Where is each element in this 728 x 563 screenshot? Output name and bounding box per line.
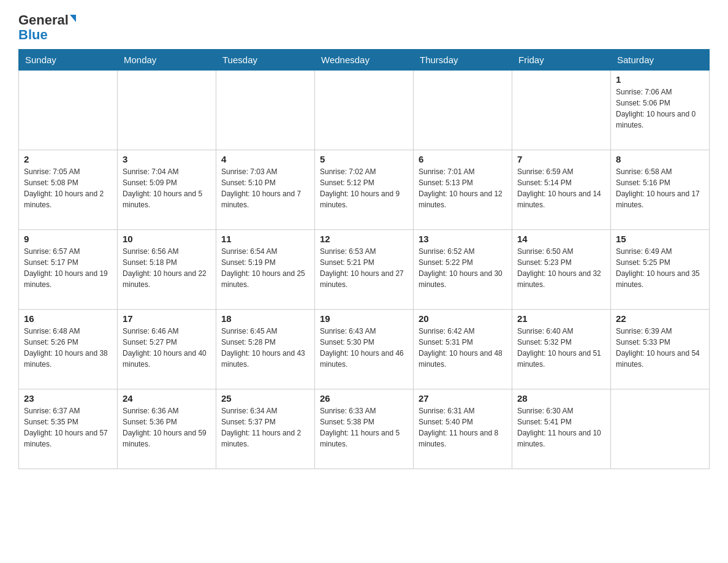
calendar-cell: 13Sunrise: 6:52 AM Sunset: 5:22 PM Dayli… <box>414 230 512 310</box>
calendar-week-1: 1Sunrise: 7:06 AM Sunset: 5:06 PM Daylig… <box>19 71 710 150</box>
day-info: Sunrise: 6:52 AM Sunset: 5:22 PM Dayligh… <box>419 247 502 289</box>
day-number: 4 <box>221 154 309 164</box>
day-info: Sunrise: 7:03 AM Sunset: 5:10 PM Dayligh… <box>221 167 301 209</box>
calendar-header-tuesday: Tuesday <box>216 50 315 71</box>
calendar-header-friday: Friday <box>512 50 611 71</box>
day-info: Sunrise: 6:59 AM Sunset: 5:14 PM Dayligh… <box>517 167 601 209</box>
day-info: Sunrise: 6:56 AM Sunset: 5:18 PM Dayligh… <box>123 247 207 289</box>
calendar-cell: 1Sunrise: 7:06 AM Sunset: 5:06 PM Daylig… <box>611 71 710 150</box>
day-info: Sunrise: 6:43 AM Sunset: 5:30 PM Dayligh… <box>320 327 404 369</box>
day-info: Sunrise: 6:48 AM Sunset: 5:26 PM Dayligh… <box>24 327 108 369</box>
day-number: 3 <box>123 154 211 164</box>
calendar-cell: 12Sunrise: 6:53 AM Sunset: 5:21 PM Dayli… <box>315 230 414 310</box>
calendar-cell: 27Sunrise: 6:31 AM Sunset: 5:40 PM Dayli… <box>414 389 512 469</box>
calendar-cell: 26Sunrise: 6:33 AM Sunset: 5:38 PM Dayli… <box>315 389 414 469</box>
day-number: 21 <box>517 313 605 324</box>
day-number: 6 <box>419 154 507 164</box>
day-info: Sunrise: 6:50 AM Sunset: 5:23 PM Dayligh… <box>517 247 601 289</box>
calendar-cell: 14Sunrise: 6:50 AM Sunset: 5:23 PM Dayli… <box>512 230 611 310</box>
day-number: 19 <box>320 313 408 324</box>
day-number: 20 <box>419 313 507 324</box>
calendar-cell: 11Sunrise: 6:54 AM Sunset: 5:19 PM Dayli… <box>216 230 315 310</box>
day-info: Sunrise: 6:30 AM Sunset: 5:41 PM Dayligh… <box>517 407 601 448</box>
day-info: Sunrise: 6:34 AM Sunset: 5:37 PM Dayligh… <box>221 407 301 448</box>
day-info: Sunrise: 7:05 AM Sunset: 5:08 PM Dayligh… <box>24 167 104 209</box>
day-info: Sunrise: 6:33 AM Sunset: 5:38 PM Dayligh… <box>320 407 400 448</box>
day-number: 26 <box>320 393 408 404</box>
day-info: Sunrise: 6:53 AM Sunset: 5:21 PM Dayligh… <box>320 247 404 289</box>
calendar-week-2: 2Sunrise: 7:05 AM Sunset: 5:08 PM Daylig… <box>19 150 710 230</box>
calendar-week-4: 16Sunrise: 6:48 AM Sunset: 5:26 PM Dayli… <box>19 310 710 389</box>
calendar-cell: 20Sunrise: 6:42 AM Sunset: 5:31 PM Dayli… <box>414 310 512 389</box>
calendar-cell: 6Sunrise: 7:01 AM Sunset: 5:13 PM Daylig… <box>414 150 512 230</box>
calendar-week-5: 23Sunrise: 6:37 AM Sunset: 5:35 PM Dayli… <box>19 389 710 469</box>
calendar-cell <box>414 71 512 150</box>
calendar-cell <box>19 71 118 150</box>
day-number: 12 <box>320 234 408 244</box>
day-number: 15 <box>616 234 704 244</box>
day-number: 10 <box>123 234 211 244</box>
calendar-cell: 3Sunrise: 7:04 AM Sunset: 5:09 PM Daylig… <box>118 150 216 230</box>
day-info: Sunrise: 7:04 AM Sunset: 5:09 PM Dayligh… <box>123 167 202 209</box>
day-info: Sunrise: 6:40 AM Sunset: 5:32 PM Dayligh… <box>517 327 601 369</box>
calendar-header-monday: Monday <box>118 50 216 71</box>
calendar-cell: 18Sunrise: 6:45 AM Sunset: 5:28 PM Dayli… <box>216 310 315 389</box>
day-info: Sunrise: 6:39 AM Sunset: 5:33 PM Dayligh… <box>616 327 700 369</box>
day-number: 23 <box>24 393 112 404</box>
day-number: 17 <box>123 313 211 324</box>
day-number: 7 <box>517 154 605 164</box>
day-number: 28 <box>517 393 605 404</box>
calendar-cell: 9Sunrise: 6:57 AM Sunset: 5:17 PM Daylig… <box>19 230 118 310</box>
day-info: Sunrise: 6:37 AM Sunset: 5:35 PM Dayligh… <box>24 407 108 448</box>
logo-blue: Blue <box>18 27 48 43</box>
day-number: 22 <box>616 313 704 324</box>
calendar-cell: 15Sunrise: 6:49 AM Sunset: 5:25 PM Dayli… <box>611 230 710 310</box>
calendar-cell: 25Sunrise: 6:34 AM Sunset: 5:37 PM Dayli… <box>216 389 315 469</box>
calendar-cell: 23Sunrise: 6:37 AM Sunset: 5:35 PM Dayli… <box>19 389 118 469</box>
page-header: General Blue <box>18 12 710 43</box>
calendar-cell: 4Sunrise: 7:03 AM Sunset: 5:10 PM Daylig… <box>216 150 315 230</box>
day-info: Sunrise: 7:01 AM Sunset: 5:13 PM Dayligh… <box>419 167 502 209</box>
day-number: 14 <box>517 234 605 244</box>
day-info: Sunrise: 6:36 AM Sunset: 5:36 PM Dayligh… <box>123 407 207 448</box>
calendar-header-wednesday: Wednesday <box>315 50 414 71</box>
calendar-cell: 17Sunrise: 6:46 AM Sunset: 5:27 PM Dayli… <box>118 310 216 389</box>
day-info: Sunrise: 7:02 AM Sunset: 5:12 PM Dayligh… <box>320 167 400 209</box>
day-number: 27 <box>419 393 507 404</box>
day-number: 25 <box>221 393 309 404</box>
calendar-cell: 24Sunrise: 6:36 AM Sunset: 5:36 PM Dayli… <box>118 389 216 469</box>
day-number: 9 <box>24 234 112 244</box>
calendar-cell: 22Sunrise: 6:39 AM Sunset: 5:33 PM Dayli… <box>611 310 710 389</box>
calendar-cell: 21Sunrise: 6:40 AM Sunset: 5:32 PM Dayli… <box>512 310 611 389</box>
day-number: 18 <box>221 313 309 324</box>
calendar-cell: 5Sunrise: 7:02 AM Sunset: 5:12 PM Daylig… <box>315 150 414 230</box>
calendar-cell: 7Sunrise: 6:59 AM Sunset: 5:14 PM Daylig… <box>512 150 611 230</box>
day-info: Sunrise: 6:58 AM Sunset: 5:16 PM Dayligh… <box>616 167 700 209</box>
day-number: 2 <box>24 154 112 164</box>
calendar-cell: 2Sunrise: 7:05 AM Sunset: 5:08 PM Daylig… <box>19 150 118 230</box>
calendar-cell: 16Sunrise: 6:48 AM Sunset: 5:26 PM Dayli… <box>19 310 118 389</box>
calendar-header-thursday: Thursday <box>414 50 512 71</box>
logo-general: General <box>18 12 69 28</box>
calendar-table: SundayMondayTuesdayWednesdayThursdayFrid… <box>18 49 710 469</box>
day-number: 8 <box>616 154 704 164</box>
calendar-cell <box>118 71 216 150</box>
day-info: Sunrise: 6:49 AM Sunset: 5:25 PM Dayligh… <box>616 247 700 289</box>
calendar-cell <box>512 71 611 150</box>
logo-arrow-icon <box>70 15 76 22</box>
day-info: Sunrise: 7:06 AM Sunset: 5:06 PM Dayligh… <box>616 88 696 129</box>
calendar-header-row: SundayMondayTuesdayWednesdayThursdayFrid… <box>19 50 710 71</box>
calendar-week-3: 9Sunrise: 6:57 AM Sunset: 5:17 PM Daylig… <box>19 230 710 310</box>
day-info: Sunrise: 6:46 AM Sunset: 5:27 PM Dayligh… <box>123 327 207 369</box>
calendar-header-sunday: Sunday <box>19 50 118 71</box>
day-number: 24 <box>123 393 211 404</box>
day-info: Sunrise: 6:31 AM Sunset: 5:40 PM Dayligh… <box>419 407 498 448</box>
logo: General Blue <box>18 12 76 43</box>
day-info: Sunrise: 6:45 AM Sunset: 5:28 PM Dayligh… <box>221 327 305 369</box>
day-number: 5 <box>320 154 408 164</box>
calendar-cell: 10Sunrise: 6:56 AM Sunset: 5:18 PM Dayli… <box>118 230 216 310</box>
calendar-cell <box>216 71 315 150</box>
calendar-cell <box>611 389 710 469</box>
day-info: Sunrise: 6:57 AM Sunset: 5:17 PM Dayligh… <box>24 247 108 289</box>
day-info: Sunrise: 6:54 AM Sunset: 5:19 PM Dayligh… <box>221 247 305 289</box>
